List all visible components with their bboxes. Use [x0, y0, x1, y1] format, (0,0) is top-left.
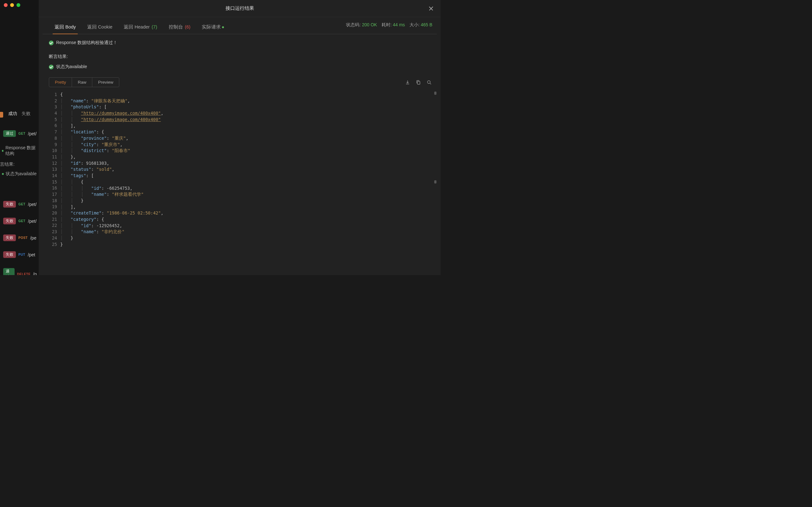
assert-text: 状态为available — [56, 64, 87, 70]
status-badge: 通过 — [3, 268, 14, 275]
status-badge: 失败 — [3, 218, 16, 224]
sidebar-filters: 成功 失败 — [0, 111, 31, 117]
tab-header[interactable]: 返回 Header (7) — [118, 22, 163, 34]
tab-header-count: (7) — [152, 24, 157, 30]
status-code-value: 200 OK — [362, 22, 377, 27]
check-dot-icon — [2, 150, 3, 152]
tab-console-count: (6) — [185, 24, 191, 30]
request-indicator-icon — [222, 26, 224, 28]
tab-request[interactable]: 实际请求 — [196, 22, 230, 34]
assert-line: 状态为available — [49, 64, 430, 70]
path-label: /pet/ — [28, 202, 37, 207]
sidebar-item[interactable]: 失败POST/pe — [0, 233, 39, 243]
check-dot-icon — [2, 173, 4, 175]
method-badge: GET — [18, 132, 26, 135]
svg-rect-0 — [417, 81, 420, 84]
svg-point-1 — [427, 80, 430, 83]
tab-header-label: 返回 Header — [124, 24, 150, 30]
sidebar-item[interactable]: 通过 GET /pet/ — [0, 128, 39, 139]
search-icon[interactable] — [426, 80, 432, 85]
tab-body-label: 返回 Body — [55, 24, 76, 30]
method-badge: GET — [18, 219, 26, 223]
tab-cookie-label: 返回 Cookie — [87, 24, 112, 30]
tab-body[interactable]: 返回 Body — [49, 22, 82, 34]
download-icon[interactable] — [405, 80, 410, 85]
result-modal: 接口运行结果 状态码: 200 OK 耗时: 44 ms 大小: 465 B 返… — [39, 0, 441, 275]
tab-cookie[interactable]: 返回 Cookie — [82, 22, 118, 34]
method-badge: PUT — [18, 253, 26, 257]
sidebar-assert: 状态为available — [2, 171, 37, 177]
check-icon — [49, 41, 54, 45]
modal-title: 接口运行结果 — [225, 5, 254, 11]
status-time-label: 耗时: — [382, 22, 392, 27]
assert-results-title: 断言结果: — [49, 54, 430, 60]
path-label: /pe — [30, 235, 36, 240]
status-size-value: 465 B — [420, 22, 432, 27]
method-badge: POST — [18, 236, 28, 239]
view-actions — [405, 80, 432, 85]
method-badge: GET — [18, 203, 26, 206]
modal-header: 接口运行结果 — [39, 0, 441, 17]
status-badge: 失败 — [3, 251, 16, 258]
tab-console-label: 控制台 — [169, 24, 183, 30]
path-label: /p — [33, 272, 37, 275]
sidebar-item[interactable]: 失败GET/pet/ — [0, 216, 39, 226]
status-line: 状态码: 200 OK 耗时: 44 ms 大小: 465 B — [346, 22, 432, 28]
view-bar: Pretty Raw Preview — [43, 73, 441, 90]
line-gutter: 1234567891011121314151617181920212223242… — [45, 90, 60, 249]
minimize-window-icon[interactable] — [10, 3, 14, 7]
scrollbar-thumb[interactable] — [434, 180, 437, 183]
path-label: /pet — [28, 252, 35, 257]
code-editor[interactable]: 1234567891011121314151617181920212223242… — [45, 90, 437, 249]
copy-icon[interactable] — [416, 80, 421, 85]
scrollbar[interactable] — [434, 92, 437, 250]
tab-console[interactable]: 控制台 (6) — [163, 22, 196, 34]
sidebar-list: 失败GET/pet/失败GET/pet/失败POST/pe失败PUT/pet通过… — [0, 199, 39, 275]
close-icon[interactable] — [428, 6, 434, 11]
path-label: /pet/ — [28, 131, 37, 136]
close-window-icon[interactable] — [4, 3, 8, 7]
sidebar-assert-title: 言结果: — [0, 162, 14, 167]
window-traffic-lights — [4, 3, 20, 7]
view-tab-pretty[interactable]: Pretty — [49, 78, 72, 87]
assert-text: 状态为available — [6, 171, 37, 177]
status-size-label: 大小: — [409, 22, 420, 27]
maximize-window-icon[interactable] — [16, 3, 20, 7]
scrollbar-thumb[interactable] — [434, 92, 437, 95]
filter-success[interactable]: 成功 — [8, 111, 17, 117]
tab-request-label: 实际请求 — [202, 24, 221, 30]
view-tabs: Pretty Raw Preview — [49, 77, 119, 87]
sidebar-item[interactable]: 失败GET/pet/ — [0, 199, 39, 210]
sidebar-response-check: Response 数据结构 — [2, 145, 39, 157]
view-tab-raw[interactable]: Raw — [72, 78, 92, 87]
status-code-label: 状态码: — [346, 22, 361, 27]
validation-block: Response 数据结构校验通过！ 断言结果: 状态为available — [39, 34, 441, 73]
status-badge: 通过 — [3, 130, 16, 137]
response-validation-text: Response 数据结构校验通过！ — [56, 40, 117, 46]
response-validation-line: Response 数据结构校验通过！ — [49, 40, 430, 46]
sidebar-item[interactable]: 通过DELETE/p — [0, 266, 39, 275]
sidebar-first-item: 通过 GET /pet/ — [0, 128, 39, 145]
check-icon — [49, 65, 54, 69]
view-tab-preview[interactable]: Preview — [92, 78, 119, 87]
filter-fail[interactable]: 失败 — [21, 111, 31, 117]
sidebar-item[interactable]: 失败PUT/pet — [0, 249, 39, 260]
code-content[interactable]: {│ "name": "律眼东各天把确",│ "photoUrls": [│ │… — [60, 90, 163, 249]
sidebar: 成功 失败 通过 GET /pet/ Response 数据结构 言结果: 状态… — [0, 0, 39, 275]
path-label: /pet/ — [28, 219, 37, 224]
response-text: Response 数据结构 — [5, 145, 39, 157]
method-badge: DELETE — [17, 273, 31, 275]
status-badge: 失败 — [3, 201, 16, 208]
status-badge: 失败 — [3, 234, 16, 241]
status-time-value: 44 ms — [393, 22, 405, 27]
